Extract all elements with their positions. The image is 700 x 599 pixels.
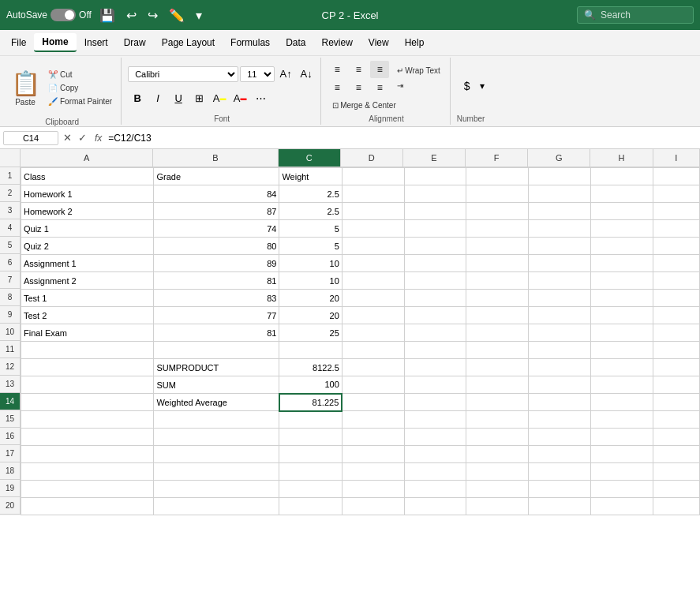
cell-c9[interactable]: 20 xyxy=(279,307,342,324)
cell-f5[interactable] xyxy=(466,238,529,255)
menu-home[interactable]: Home xyxy=(34,33,76,52)
cell-e8[interactable] xyxy=(404,290,466,307)
cell-h2[interactable] xyxy=(591,185,653,203)
cell-i10[interactable] xyxy=(653,324,699,342)
cell-b19[interactable] xyxy=(154,481,279,498)
cell-e3[interactable] xyxy=(404,203,466,220)
cell-b8[interactable]: 83 xyxy=(154,290,279,307)
wrap-text-button[interactable]: ↵ Wrap Text xyxy=(392,64,445,77)
cell-b14[interactable]: Weighted Average xyxy=(154,394,279,411)
cell-i6[interactable] xyxy=(653,255,699,272)
row-header-16[interactable]: 16 xyxy=(0,428,21,445)
cell-b4[interactable]: 74 xyxy=(154,220,279,238)
cell-e11[interactable] xyxy=(404,342,466,359)
col-header-g[interactable]: G xyxy=(528,149,590,167)
menu-draw[interactable]: Draw xyxy=(116,34,154,51)
row-header-7[interactable]: 7 xyxy=(0,271,21,289)
row-header-14[interactable]: 14 xyxy=(0,393,21,410)
col-header-c[interactable]: C xyxy=(279,149,341,167)
col-header-i[interactable]: I xyxy=(653,149,700,167)
cell-a15[interactable] xyxy=(21,411,154,429)
cell-g19[interactable] xyxy=(529,481,591,498)
cell-a11[interactable] xyxy=(21,342,154,359)
cell-b9[interactable]: 77 xyxy=(154,307,279,324)
cell-b15[interactable] xyxy=(154,411,279,429)
cell-c12[interactable]: 8122.5 xyxy=(279,359,342,376)
cell-h11[interactable] xyxy=(591,342,653,359)
cell-c14[interactable]: 81.225 xyxy=(279,394,342,411)
menu-file[interactable]: File xyxy=(3,34,34,51)
cell-b2[interactable]: 84 xyxy=(154,185,279,203)
cell-i11[interactable] xyxy=(653,342,699,359)
cell-a3[interactable]: Homework 2 xyxy=(21,203,154,220)
col-header-h[interactable]: H xyxy=(590,149,653,167)
col-header-a[interactable]: A xyxy=(21,149,153,167)
cell-b11[interactable] xyxy=(154,342,279,359)
row-header-10[interactable]: 10 xyxy=(0,324,21,341)
row-header-9[interactable]: 9 xyxy=(0,306,21,324)
cell-c3[interactable]: 2.5 xyxy=(279,203,342,220)
cell-h17[interactable] xyxy=(591,446,653,463)
cell-d20[interactable] xyxy=(342,498,404,515)
cut-button[interactable]: ✂️ Cut xyxy=(44,69,116,80)
cell-h8[interactable] xyxy=(591,290,653,307)
cell-f18[interactable] xyxy=(466,463,529,481)
row-header-15[interactable]: 15 xyxy=(0,410,21,428)
cell-c2[interactable]: 2.5 xyxy=(279,185,342,203)
copy-button[interactable]: 📄 Copy xyxy=(44,82,116,94)
cell-e13[interactable] xyxy=(404,376,466,394)
cell-c5[interactable]: 5 xyxy=(279,238,342,255)
row-header-12[interactable]: 12 xyxy=(0,358,21,376)
cell-f2[interactable] xyxy=(466,185,529,203)
menu-formulas[interactable]: Formulas xyxy=(223,34,278,51)
cell-g20[interactable] xyxy=(529,498,591,515)
underline-button[interactable]: U xyxy=(169,89,188,108)
cell-a2[interactable]: Homework 1 xyxy=(21,185,154,203)
cell-h13[interactable] xyxy=(591,376,653,394)
cell-b12[interactable]: SUMPRODUCT xyxy=(154,359,279,376)
cell-d11[interactable] xyxy=(342,342,404,359)
cell-h7[interactable] xyxy=(591,272,653,290)
cell-a1[interactable]: Class xyxy=(21,168,154,185)
row-header-5[interactable]: 5 xyxy=(0,237,21,254)
cell-f19[interactable] xyxy=(466,481,529,498)
cell-c7[interactable]: 10 xyxy=(279,272,342,290)
cell-d3[interactable] xyxy=(342,203,404,220)
row-header-19[interactable]: 19 xyxy=(0,480,21,497)
cell-g14[interactable] xyxy=(529,394,591,411)
cell-b3[interactable]: 87 xyxy=(154,203,279,220)
cell-c16[interactable] xyxy=(279,429,342,446)
cell-d15[interactable] xyxy=(342,411,404,429)
cell-h19[interactable] xyxy=(591,481,653,498)
cell-f6[interactable] xyxy=(466,255,529,272)
cell-g1[interactable] xyxy=(529,168,591,185)
cell-i17[interactable] xyxy=(653,446,699,463)
cell-a7[interactable]: Assignment 2 xyxy=(21,272,154,290)
cell-a18[interactable] xyxy=(21,463,154,481)
cell-i7[interactable] xyxy=(653,272,699,290)
cancel-formula-button[interactable]: ✕ xyxy=(62,130,73,145)
cell-c8[interactable]: 20 xyxy=(279,290,342,307)
cell-g17[interactable] xyxy=(529,446,591,463)
row-header-11[interactable]: 11 xyxy=(0,341,21,358)
cell-g15[interactable] xyxy=(529,411,591,429)
menu-view[interactable]: View xyxy=(361,34,397,51)
cell-a8[interactable]: Test 1 xyxy=(21,290,154,307)
cell-g4[interactable] xyxy=(529,220,591,238)
cell-c13[interactable]: 100 xyxy=(279,376,342,394)
cell-d16[interactable] xyxy=(342,429,404,446)
cell-g6[interactable] xyxy=(529,255,591,272)
menu-page-layout[interactable]: Page Layout xyxy=(154,34,223,51)
cell-c15[interactable] xyxy=(279,411,342,429)
cell-f10[interactable] xyxy=(466,324,529,342)
align-middle-center[interactable]: ≡ xyxy=(349,79,368,96)
cell-c1[interactable]: Weight xyxy=(279,168,342,185)
cell-h15[interactable] xyxy=(591,411,653,429)
cell-g12[interactable] xyxy=(529,359,591,376)
cell-d1[interactable] xyxy=(342,168,404,185)
cell-f12[interactable] xyxy=(466,359,529,376)
merge-center-button[interactable]: ⊡ Merge & Center xyxy=(328,99,401,112)
cell-d4[interactable] xyxy=(342,220,404,238)
cell-e20[interactable] xyxy=(404,498,466,515)
menu-insert[interactable]: Insert xyxy=(77,34,116,51)
